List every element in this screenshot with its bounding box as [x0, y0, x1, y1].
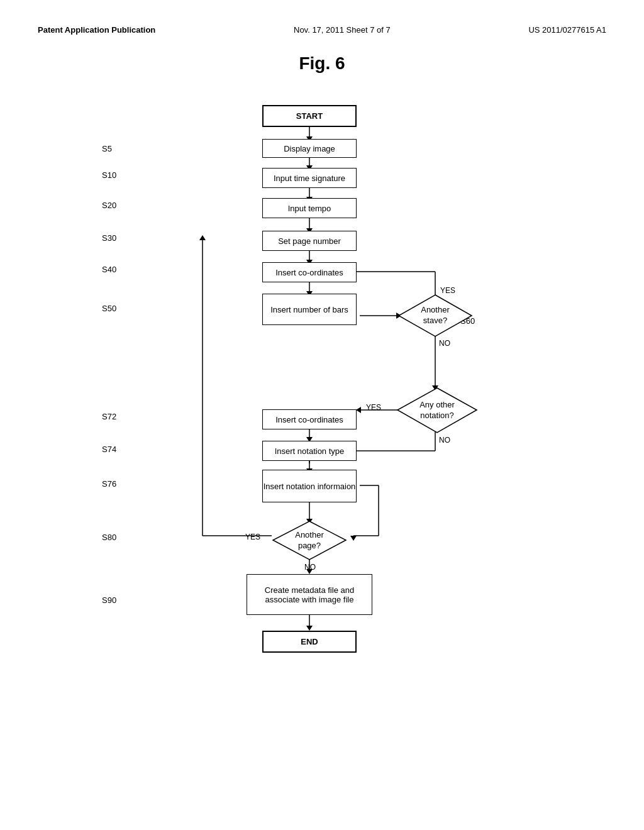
insert-coords1-box: Insert co-ordinates — [262, 262, 357, 282]
figure-title: Fig. 6 — [38, 53, 606, 74]
insert-coords1-label: Insert co-ordinates — [275, 268, 343, 277]
another-stave-label: Anotherstave? — [421, 305, 450, 326]
svg-marker-42 — [306, 626, 313, 631]
insert-notation-info-label: Insert notation informaion — [264, 482, 356, 491]
step-label-s90: S90 — [102, 595, 116, 605]
any-other-notation-no-label: NO — [439, 436, 450, 445]
flowchart: S5 START Display image S10 Input time si… — [102, 92, 542, 772]
create-metadata-label: Create metadata file and associate with … — [247, 585, 372, 604]
header-right: US 2011/0277615 A1 — [528, 25, 606, 35]
header: Patent Application Publication Nov. 17, … — [38, 25, 606, 35]
step-label-s40: S40 — [102, 265, 116, 274]
input-tempo-label: Input tempo — [288, 204, 331, 213]
input-tempo-box: Input tempo — [262, 198, 357, 218]
display-image-label: Display image — [284, 144, 335, 153]
svg-marker-22 — [356, 407, 361, 413]
start-label: START — [296, 111, 323, 121]
step-label-s20: S20 — [102, 201, 116, 210]
insert-notation-info-box: Insert notation informaion — [262, 470, 357, 502]
any-other-notation-diamond: Any othernotation? — [396, 387, 478, 434]
header-center: Nov. 17, 2011 Sheet 7 of 7 — [294, 25, 391, 35]
step-label-s72: S72 — [102, 412, 116, 421]
any-other-notation-yes-label: YES — [366, 403, 381, 412]
insert-coords2-box: Insert co-ordinates — [262, 409, 357, 429]
insert-notation-type-label: Insert notation type — [275, 446, 345, 456]
step-label-s74: S74 — [102, 445, 116, 454]
step-label-s10: S10 — [102, 170, 116, 180]
another-page-diamond: Anotherpage? — [272, 520, 347, 561]
insert-notation-type-box: Insert notation type — [262, 441, 357, 461]
step-label-s30: S30 — [102, 233, 116, 243]
any-other-notation-label: Any othernotation? — [419, 400, 455, 421]
end-box: END — [262, 631, 357, 653]
another-page-label: Anotherpage? — [295, 530, 324, 551]
another-page-yes-label: YES — [245, 533, 260, 541]
svg-marker-39 — [350, 536, 357, 541]
step-label-s80: S80 — [102, 533, 116, 542]
another-stave-diamond: Anotherstave? — [397, 294, 473, 338]
set-page-number-label: Set page number — [278, 236, 341, 246]
another-page-no-label: NO — [304, 563, 316, 572]
insert-coords2-label: Insert co-ordinates — [275, 415, 343, 424]
display-image-box: Display image — [262, 139, 357, 158]
step-label-s76: S76 — [102, 479, 116, 489]
header-left: Patent Application Publication — [38, 25, 155, 35]
another-stave-no-label: NO — [439, 339, 450, 348]
end-label: END — [301, 637, 318, 646]
insert-num-bars-box: Insert number of bars — [262, 294, 357, 325]
input-time-sig-label: Input time signature — [274, 174, 345, 183]
page: Patent Application Publication Nov. 17, … — [0, 0, 644, 830]
another-stave-yes-label: YES — [440, 286, 455, 295]
step-label-s5: S5 — [102, 144, 112, 153]
create-metadata-box: Create metadata file and associate with … — [247, 574, 372, 615]
insert-num-bars-label: Insert number of bars — [270, 305, 348, 314]
step-label-s50: S50 — [102, 304, 116, 313]
input-time-sig-box: Input time signature — [262, 168, 357, 188]
start-box: START — [262, 105, 357, 127]
set-page-number-box: Set page number — [262, 231, 357, 251]
svg-marker-36 — [199, 235, 206, 240]
